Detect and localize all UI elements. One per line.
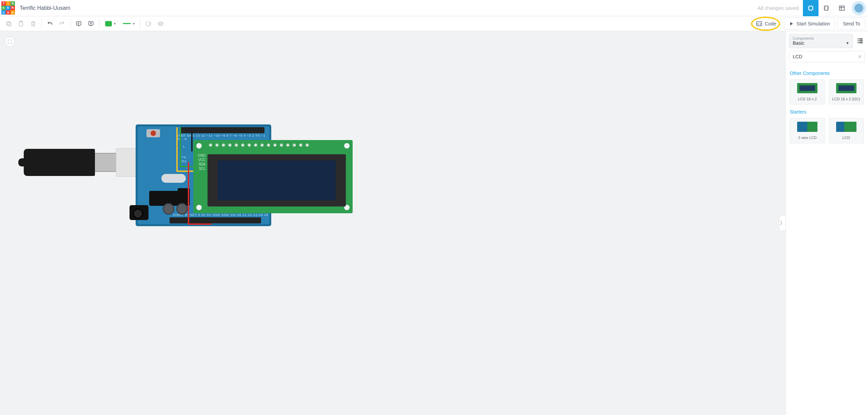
card-label: LCD 16 x 2 — [798, 97, 817, 101]
redo-button[interactable] — [56, 18, 68, 30]
svg-rect-15 — [859, 40, 863, 41]
svg-rect-13 — [858, 42, 859, 43]
view-circuit-button[interactable] — [803, 0, 818, 16]
caret-down-icon: ▾ — [133, 22, 135, 25]
start-simulation-button[interactable]: Start Simulation — [784, 18, 835, 30]
circuit-canvas[interactable]: AREF GND 13 12 ~11 ~10 ~9 8 7 ~6 ~5 4 ~3… — [0, 31, 785, 415]
component-card-lcd16x2[interactable]: LCD 16 x 2 — [790, 79, 825, 104]
send-to-label: Send To — [843, 21, 860, 26]
start-sim-label: Start Simulation — [796, 21, 830, 26]
undo-icon — [46, 20, 53, 27]
wire-green[interactable] — [180, 127, 181, 166]
lcd-thumb-icon — [797, 83, 817, 93]
svg-rect-3 — [8, 22, 11, 26]
usb-cable[interactable] — [24, 148, 143, 177]
svg-rect-0 — [809, 6, 813, 10]
mirror-icon — [157, 20, 164, 27]
wire-style-picker[interactable]: ▾ — [119, 18, 138, 30]
svg-rect-10 — [756, 22, 762, 26]
rotate-icon — [145, 20, 152, 27]
lcd-side-labels: GND VCC SDA SCL — [196, 154, 205, 171]
copy-icon — [5, 20, 12, 27]
mirror-button[interactable] — [155, 18, 167, 30]
clear-search-icon[interactable]: ✕ — [857, 54, 862, 60]
components-select-value: Basic — [793, 40, 804, 46]
card-label: LCD 16 x 2 (I2C) — [832, 97, 860, 101]
zoom-to-fit-button[interactable] — [5, 37, 15, 47]
wire-sample-icon — [123, 23, 131, 24]
svg-rect-11 — [858, 39, 859, 40]
wire-yellow[interactable] — [176, 127, 178, 171]
svg-rect-12 — [858, 40, 859, 41]
wire-color-picker[interactable]: ▾ — [101, 18, 119, 30]
components-select-label: Components — [793, 36, 849, 40]
wire-red[interactable] — [188, 223, 212, 225]
chip-icon — [807, 4, 814, 12]
components-search-input[interactable] — [789, 51, 865, 62]
arduino-crystal — [161, 174, 186, 183]
lcd-i2c-module[interactable]: GND VCC SDA SCL — [193, 140, 353, 213]
caret-down-icon: ▼ — [846, 41, 849, 45]
svg-rect-8 — [88, 21, 93, 25]
arduino-rx-label: RX — [182, 160, 187, 163]
list-icon — [856, 37, 864, 44]
toolbar: ▾ ▾ Code Start Simulation Send To — [0, 16, 868, 31]
components-panel: Components Basic ▼ ✕ Other Components LC… — [785, 31, 868, 415]
svg-point-9 — [90, 22, 91, 23]
starter-card-lcd[interactable]: LCD — [829, 118, 864, 143]
code-button-label: Code — [765, 21, 776, 26]
toggle-annotations-button[interactable] — [85, 18, 97, 30]
card-label: 2 wire LCD — [798, 135, 816, 140]
delete-button[interactable] — [27, 18, 39, 30]
list-view-toggle[interactable] — [856, 37, 865, 45]
wire-black[interactable] — [191, 131, 193, 152]
arduino-top-pin-labels: AREF GND 13 12 ~11 ~10 ~9 8 7 ~6 ~5 4 ~3… — [176, 134, 271, 141]
view-bom-button[interactable] — [834, 0, 850, 16]
wire-red[interactable] — [188, 162, 189, 224]
arduino-tx-label: TX — [182, 156, 186, 159]
redo-icon — [59, 20, 65, 27]
user-avatar[interactable] — [852, 1, 866, 15]
note-icon — [75, 20, 82, 27]
svg-rect-4 — [6, 21, 10, 25]
color-swatch-icon — [105, 21, 112, 26]
panel-collapse-button[interactable]: 〉 — [779, 215, 785, 231]
section-starters: Starters — [786, 104, 868, 118]
tinkercad-logo[interactable]: TIN KER CAD — [1, 1, 15, 15]
send-to-button[interactable]: Send To — [838, 18, 865, 30]
svg-rect-16 — [859, 42, 863, 43]
starter-thumb-icon — [797, 122, 817, 132]
section-other-components: Other Components — [786, 66, 868, 79]
project-title[interactable]: Terrific Habbi-Uusam — [20, 5, 70, 11]
rotate-button[interactable] — [142, 18, 155, 30]
components-category-select[interactable]: Components Basic ▼ — [789, 34, 853, 48]
code-icon — [756, 21, 762, 26]
svg-rect-7 — [76, 21, 81, 25]
lcd-thumb-icon — [836, 83, 856, 93]
undo-button[interactable] — [44, 18, 56, 30]
avatar-icon — [854, 4, 863, 13]
play-icon — [789, 21, 794, 26]
schematic-icon — [823, 4, 830, 12]
paste-icon — [18, 20, 24, 27]
caret-down-icon: ▾ — [114, 22, 116, 25]
main-area: AREF GND 13 12 ~11 ~10 ~9 8 7 ~6 ~5 4 ~3… — [0, 31, 868, 415]
component-card-lcd16x2-i2c[interactable]: LCD 16 x 2 (I2C) — [829, 79, 864, 104]
copy-button[interactable] — [3, 18, 15, 30]
svg-rect-14 — [859, 39, 863, 40]
arduino-power-jack — [130, 205, 149, 220]
svg-rect-2 — [840, 6, 845, 10]
top-bar: TIN KER CAD Terrific Habbi-Uusam All cha… — [0, 0, 868, 16]
annotate-button[interactable] — [73, 18, 85, 30]
card-label: LCD — [843, 135, 850, 140]
view-schematic-button[interactable] — [818, 0, 834, 16]
lcd-pin-row — [209, 143, 309, 147]
eye-note-icon — [87, 20, 94, 27]
table-icon — [838, 4, 846, 12]
code-button[interactable]: Code — [751, 18, 781, 30]
paste-button[interactable] — [15, 18, 27, 30]
arduino-reset-button — [146, 129, 160, 137]
starter-card-2wire-lcd[interactable]: 2 wire LCD — [790, 118, 825, 143]
svg-rect-1 — [825, 6, 828, 10]
save-status: All changes saved — [757, 5, 799, 11]
